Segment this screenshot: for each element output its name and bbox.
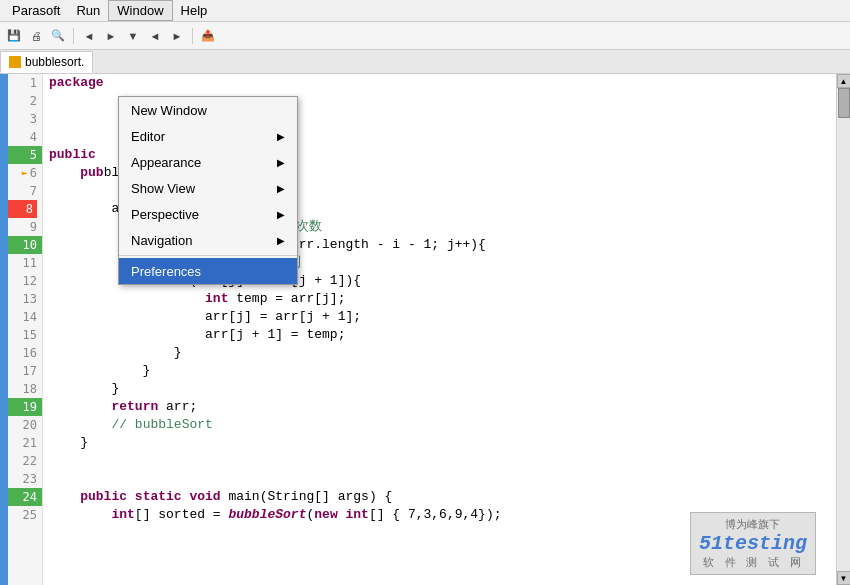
gutter-line-7: 7 (8, 182, 42, 200)
gutter-line-14: 14 (8, 308, 42, 326)
menu-editor-arrow: ▶ (277, 131, 285, 142)
main-area: 1 2 3 4 5 6 7 8 9 10 11 12 13 14 15 16 1… (0, 74, 850, 585)
code-line-14: arr[j] = arr[j + 1]; (43, 308, 836, 326)
menu-show-view-label: Show View (131, 181, 195, 196)
toolbar-btn-print[interactable]: 🖨 (26, 26, 46, 46)
toolbar-btn-down[interactable]: ▼ (123, 26, 143, 46)
gutter-line-19: 19 (8, 398, 42, 416)
menu-run[interactable]: Run (68, 1, 108, 20)
code-line-16: } (43, 344, 836, 362)
scroll-thumb[interactable] (838, 88, 850, 118)
code-line-19: return arr; (43, 398, 836, 416)
scrollbar: ▲ ▼ (836, 74, 850, 585)
tab-bar: bubblesort. (0, 50, 850, 74)
menu-perspective-arrow: ▶ (277, 209, 285, 220)
menu-perspective-label: Perspective (131, 207, 199, 222)
gutter-line-20: 20 (8, 416, 42, 434)
watermark: 博为峰旗下 51testing 软 件 测 试 网 (690, 512, 816, 575)
toolbar-btn-right[interactable]: ► (167, 26, 187, 46)
toolbar-btn-fwd[interactable]: ► (101, 26, 121, 46)
menu-editor[interactable]: Editor ▶ (119, 123, 297, 149)
toolbar-btn-save[interactable]: 💾 (4, 26, 24, 46)
gutter-line-13: 13 (8, 290, 42, 308)
gutter-line-12: 12 (8, 272, 42, 290)
scroll-up-arrow[interactable]: ▲ (837, 74, 851, 88)
watermark-subtitle: 软 件 测 试 网 (699, 555, 807, 570)
menu-separator (119, 255, 297, 256)
menu-perspective[interactable]: Perspective ▶ (119, 201, 297, 227)
menu-new-window-label: New Window (131, 103, 207, 118)
menu-navigation[interactable]: Navigation ▶ (119, 227, 297, 253)
line-gutter: 1 2 3 4 5 6 7 8 9 10 11 12 13 14 15 16 1… (8, 74, 43, 585)
gutter-line-25: 25 (8, 506, 42, 524)
tab-file-icon (9, 56, 21, 68)
code-line-23 (43, 470, 836, 488)
gutter-line-22: 22 (8, 452, 42, 470)
menu-editor-label: Editor (131, 129, 165, 144)
menu-bar: Parasoft Run Window Help (0, 0, 850, 22)
toolbar-btn-left[interactable]: ◄ (145, 26, 165, 46)
menu-help[interactable]: Help (173, 1, 216, 20)
toolbar: 💾 🖨 🔍 ◄ ► ▼ ◄ ► 📤 (0, 22, 850, 50)
tab-label: bubblesort. (25, 55, 84, 69)
menu-show-view-arrow: ▶ (277, 183, 285, 194)
gutter-line-17: 17 (8, 362, 42, 380)
toolbar-sep-1 (73, 28, 74, 44)
code-line-17: } (43, 362, 836, 380)
gutter-line-15: 15 (8, 326, 42, 344)
menu-new-window[interactable]: New Window (119, 97, 297, 123)
scroll-track[interactable] (838, 88, 850, 571)
code-line-24: public static void main(String[] args) { (43, 488, 836, 506)
code-line-20: // bubbleSort (43, 416, 836, 434)
gutter-line-11: 11 (8, 254, 42, 272)
toolbar-sep-2 (192, 28, 193, 44)
side-indicator (0, 74, 8, 585)
scroll-down-arrow[interactable]: ▼ (837, 571, 851, 585)
window-dropdown-menu: New Window Editor ▶ Appearance ▶ Show Vi… (118, 96, 298, 285)
menu-window[interactable]: Window (108, 0, 172, 21)
gutter-line-10: 10 (8, 236, 42, 254)
gutter-line-23: 23 (8, 470, 42, 488)
menu-navigation-arrow: ▶ (277, 235, 285, 246)
watermark-logo-suffix: ing (771, 532, 807, 555)
gutter-line-21: 21 (8, 434, 42, 452)
gutter-line-6: 6 (8, 164, 42, 182)
code-line-15: arr[j + 1] = temp; (43, 326, 836, 344)
menu-navigation-label: Navigation (131, 233, 192, 248)
code-line-13: int temp = arr[j]; (43, 290, 836, 308)
gutter-line-24: 24 (8, 488, 42, 506)
code-line-21: } (43, 434, 836, 452)
gutter-line-18: 18 (8, 380, 42, 398)
watermark-title: 博为峰旗下 (699, 517, 807, 532)
tab-bubblesort[interactable]: bubblesort. (0, 51, 93, 73)
menu-show-view[interactable]: Show View ▶ (119, 175, 297, 201)
gutter-line-1: 1 (8, 74, 42, 92)
code-line-22 (43, 452, 836, 470)
menu-preferences-label: Preferences (131, 264, 201, 279)
watermark-box: 博为峰旗下 51testing 软 件 测 试 网 (690, 512, 816, 575)
menu-preferences[interactable]: Preferences (119, 258, 297, 284)
gutter-line-3: 3 (8, 110, 42, 128)
menu-appearance-arrow: ▶ (277, 157, 285, 168)
menu-appearance-label: Appearance (131, 155, 201, 170)
gutter-line-2: 2 (8, 92, 42, 110)
menu-appearance[interactable]: Appearance ▶ (119, 149, 297, 175)
toolbar-btn-back[interactable]: ◄ (79, 26, 99, 46)
toolbar-btn-export[interactable]: 📤 (198, 26, 218, 46)
watermark-logo-text: 51test (699, 532, 771, 555)
gutter-line-5: 5 (8, 146, 42, 164)
menu-parasoft[interactable]: Parasoft (4, 1, 68, 20)
gutter-line-9: 9 (8, 218, 42, 236)
gutter-line-8: 8 (8, 200, 42, 218)
code-line-18: } (43, 380, 836, 398)
code-line-1: package (43, 74, 836, 92)
watermark-logo: 51testing (699, 532, 807, 555)
toolbar-btn-search[interactable]: 🔍 (48, 26, 68, 46)
gutter-line-4: 4 (8, 128, 42, 146)
gutter-line-16: 16 (8, 344, 42, 362)
